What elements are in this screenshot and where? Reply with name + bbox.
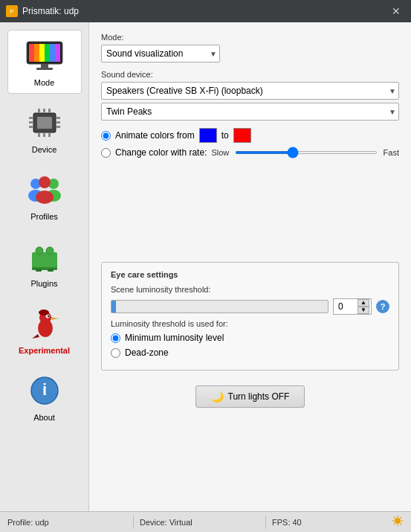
eye-care-box: Eye care settings Scene luminosity thres…	[101, 262, 399, 371]
status-fps: FPS: 40	[272, 518, 392, 527]
luminosity-slider-wrap: 0 ▲ ▼ ?	[111, 298, 389, 315]
svg-text:P: P	[10, 8, 13, 15]
dead-zone-label: Dead-zone	[125, 347, 169, 358]
mode-select-wrapper: Sound visualizationMoodlampGrab screenSt…	[101, 45, 220, 63]
svg-rect-32	[32, 252, 57, 269]
sidebar-item-about[interactable]: i About	[7, 365, 82, 429]
plugins-icon	[25, 237, 64, 276]
luminosity-label-row: Scene luminosity threshold:	[111, 285, 389, 294]
moon-icon: 🌙	[211, 391, 224, 403]
svg-line-53	[401, 524, 402, 525]
animate-colors-radio[interactable]	[101, 131, 111, 141]
svg-rect-25	[48, 132, 51, 137]
sound-device-field-group: Sound device: Speakers (Creative SB X-Fi…	[101, 70, 399, 121]
rate-slider-container: Slow Fast	[211, 148, 399, 157]
sidebar-item-device[interactable]: Device	[7, 97, 82, 161]
luminosity-used-label: Luminosity threshold is used for:	[111, 319, 389, 328]
mode-select[interactable]: Sound visualizationMoodlampGrab screenSt…	[101, 45, 220, 63]
sidebar-item-plugins[interactable]: Plugins	[7, 231, 82, 295]
to-color-swatch[interactable]	[233, 128, 251, 143]
close-button[interactable]: ✕	[387, 4, 405, 19]
svg-rect-7	[45, 44, 50, 62]
svg-rect-23	[38, 132, 40, 137]
min-luminosity-row: Minimum luminosity level	[111, 333, 389, 343]
from-color-swatch[interactable]	[199, 128, 217, 143]
turn-off-button[interactable]: 🌙 Turn lights OFF	[195, 385, 305, 408]
min-luminosity-radio[interactable]	[111, 333, 120, 343]
mode-field-group: Mode: Sound visualizationMoodlampGrab sc…	[101, 33, 399, 63]
svg-rect-14	[29, 117, 33, 119]
svg-line-54	[401, 517, 402, 519]
animate-colors-row: Animate colors from to	[101, 128, 399, 143]
dead-zone-row: Dead-zone	[111, 347, 389, 358]
status-bar: Profile: udp Device: Virtual FPS: 40	[0, 511, 411, 532]
svg-marker-44	[32, 334, 39, 339]
spinbox-arrows: ▲ ▼	[357, 299, 369, 314]
luminosity-spinbox: 0 ▲ ▼	[333, 298, 372, 315]
change-color-radio[interactable]	[101, 148, 111, 158]
sidebar-plugins-label: Plugins	[30, 279, 57, 288]
status-device: Device: Virtual	[140, 518, 259, 527]
svg-rect-16	[29, 126, 33, 128]
svg-rect-4	[29, 44, 34, 62]
change-color-row: Change color with rate: Slow Fast	[101, 147, 399, 158]
sidebar-about-label: About	[33, 413, 55, 422]
svg-rect-20	[38, 109, 40, 113]
app-icon: P	[6, 5, 18, 17]
sidebar-item-profiles[interactable]: Profiles	[7, 164, 82, 228]
fast-label: Fast	[384, 148, 399, 157]
change-color-label: Change color with rate:	[115, 147, 207, 158]
content-area: Mode: Sound visualizationMoodlampGrab sc…	[89, 22, 411, 511]
sound-device-select[interactable]: Speakers (Creative SB X-Fi) (loopback)	[101, 82, 399, 100]
profiles-icon	[25, 170, 64, 209]
svg-rect-37	[48, 269, 54, 272]
svg-line-55	[394, 524, 395, 525]
turn-off-section: 🌙 Turn lights OFF	[101, 385, 399, 408]
experimental-icon	[25, 304, 64, 343]
luminosity-value: 0	[338, 301, 343, 312]
help-icon[interactable]: ?	[376, 300, 389, 313]
svg-rect-13	[37, 117, 52, 129]
sidebar: Mode	[0, 22, 89, 511]
svg-rect-18	[56, 121, 60, 124]
svg-rect-36	[36, 269, 42, 272]
main-container: Mode	[0, 22, 411, 511]
svg-rect-6	[39, 44, 45, 62]
svg-rect-8	[50, 44, 55, 62]
svg-rect-22	[48, 109, 51, 113]
sidebar-item-experimental[interactable]: Experimental	[7, 298, 82, 362]
svg-marker-40	[51, 317, 59, 320]
svg-point-47	[395, 518, 401, 524]
profile-select[interactable]: Twin Peaks	[101, 103, 399, 121]
luminosity-slider-track	[111, 300, 329, 313]
eye-care-title: Eye care settings	[111, 270, 389, 279]
sun-wrapper	[392, 515, 404, 529]
svg-rect-11	[36, 68, 53, 70]
svg-line-52	[394, 517, 395, 519]
sidebar-item-mode[interactable]: Mode	[7, 30, 82, 94]
svg-point-30	[39, 176, 51, 188]
svg-text:i: i	[42, 380, 46, 399]
title-bar: P Prismatik: udp ✕	[0, 0, 411, 22]
sidebar-experimental-label: Experimental	[19, 346, 70, 355]
spinbox-down[interactable]: ▼	[357, 307, 369, 314]
window-title: Prismatik: udp	[22, 6, 79, 16]
sidebar-device-label: Device	[32, 145, 57, 154]
svg-rect-9	[55, 44, 60, 62]
dead-zone-radio[interactable]	[111, 348, 120, 358]
svg-rect-19	[56, 126, 60, 128]
spinbox-up[interactable]: ▲	[357, 299, 369, 307]
svg-point-43	[39, 310, 49, 315]
sun-icon	[392, 515, 404, 527]
svg-point-34	[36, 247, 43, 254]
rate-slider[interactable]	[235, 151, 377, 154]
mode-icon	[25, 36, 64, 75]
animate-colors-label: Animate colors from	[115, 130, 195, 141]
sidebar-profiles-label: Profiles	[30, 212, 58, 221]
profile-select-wrapper: Twin Peaks ▼	[101, 103, 399, 121]
turn-off-label: Turn lights OFF	[228, 391, 290, 402]
svg-rect-24	[43, 132, 45, 137]
min-luminosity-label: Minimum luminosity level	[125, 333, 224, 343]
svg-rect-21	[43, 109, 45, 113]
to-label: to	[221, 130, 229, 141]
